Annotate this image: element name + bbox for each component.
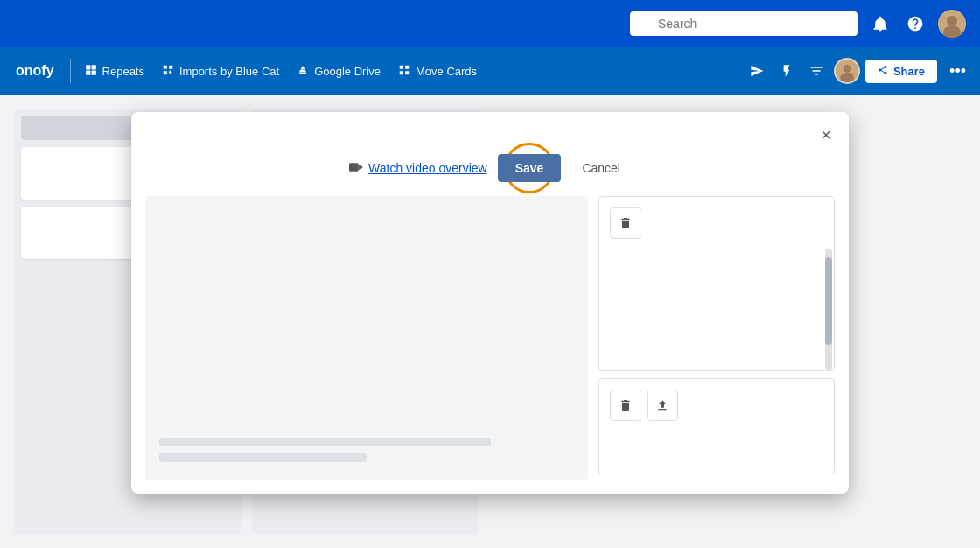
delete-button-bottom[interactable] (610, 390, 641, 421)
svg-rect-12 (400, 71, 403, 74)
save-button-wrapper: Save (498, 154, 562, 182)
action-buttons (610, 390, 823, 421)
help-icon[interactable] (903, 11, 928, 36)
svg-rect-3 (86, 65, 90, 69)
line-1 (159, 438, 491, 446)
dialog-left-panel (145, 196, 588, 480)
scrollbar-thumb (825, 257, 832, 345)
nav-right-controls: Share ••• (745, 57, 973, 86)
dialog-toolbar: Watch video overview Save Cancel (131, 147, 849, 196)
search-wrapper: 🔍 (630, 11, 858, 36)
sidebar-item-repeats[interactable]: Repeats (78, 60, 151, 83)
more-options-icon[interactable]: ••• (942, 57, 973, 86)
svg-rect-6 (91, 70, 95, 74)
video-camera-icon (349, 161, 363, 175)
main-area: × Watch video overview Save Cancel (0, 95, 980, 548)
svg-point-16 (840, 73, 854, 83)
svg-marker-18 (359, 165, 363, 171)
svg-point-1 (947, 16, 957, 26)
search-input[interactable] (630, 11, 858, 36)
svg-point-15 (844, 65, 851, 73)
save-button[interactable]: Save (498, 154, 562, 182)
svg-rect-13 (405, 71, 409, 74)
repeats-label: Repeats (102, 65, 144, 78)
dialog-body (131, 196, 849, 494)
dialog-right-bottom-section (598, 378, 835, 474)
share-icon (878, 65, 888, 78)
board-navbar: onofy Repeats Imports by Blue Cat Google… (0, 47, 980, 95)
dialog-header: × (131, 112, 849, 147)
sidebar-item-imports[interactable]: Imports by Blue Cat (155, 60, 286, 83)
user-avatar-top[interactable] (938, 10, 966, 38)
filter-icon[interactable] (804, 59, 829, 83)
move-cards-icon (398, 64, 410, 79)
notifications-icon[interactable] (868, 11, 892, 36)
svg-rect-8 (169, 65, 172, 68)
user-avatar-board[interactable] (834, 58, 860, 84)
svg-rect-4 (91, 65, 95, 69)
svg-rect-5 (86, 70, 90, 74)
close-button[interactable]: × (817, 123, 835, 147)
google-drive-label: Google Drive (314, 65, 381, 78)
sidebar-item-google-drive[interactable]: Google Drive (290, 60, 388, 83)
delete-button-top[interactable] (610, 207, 641, 239)
board-title[interactable]: onofy (7, 58, 63, 84)
watch-video-link[interactable]: Watch video overview (349, 161, 487, 175)
line-2 (159, 453, 367, 462)
dialog-right-panel (598, 196, 835, 480)
dialog-left-lines (159, 438, 574, 462)
send-icon[interactable] (745, 59, 769, 83)
svg-rect-17 (349, 163, 359, 171)
imports-label: Imports by Blue Cat (179, 65, 279, 78)
scrollbar[interactable] (825, 249, 832, 370)
cancel-button[interactable]: Cancel (571, 154, 631, 182)
sidebar-item-move-cards[interactable]: Move Cards (391, 60, 484, 83)
google-drive-icon (297, 64, 309, 79)
nav-divider (70, 59, 71, 83)
imports-icon (162, 64, 174, 79)
svg-rect-11 (405, 65, 409, 68)
repeats-icon (85, 64, 97, 79)
top-navbar: 🔍 (0, 0, 980, 47)
dialog-right-top-section (598, 196, 835, 371)
share-label: Share (893, 65, 925, 78)
upload-button[interactable] (647, 390, 678, 421)
svg-rect-10 (400, 65, 403, 68)
share-button[interactable]: Share (865, 60, 937, 83)
modal-dialog: × Watch video overview Save Cancel (131, 112, 849, 494)
move-cards-label: Move Cards (416, 65, 477, 78)
lightning-icon[interactable] (774, 59, 799, 83)
svg-rect-7 (164, 65, 167, 68)
svg-rect-9 (164, 71, 167, 74)
watch-video-label: Watch video overview (368, 161, 487, 175)
